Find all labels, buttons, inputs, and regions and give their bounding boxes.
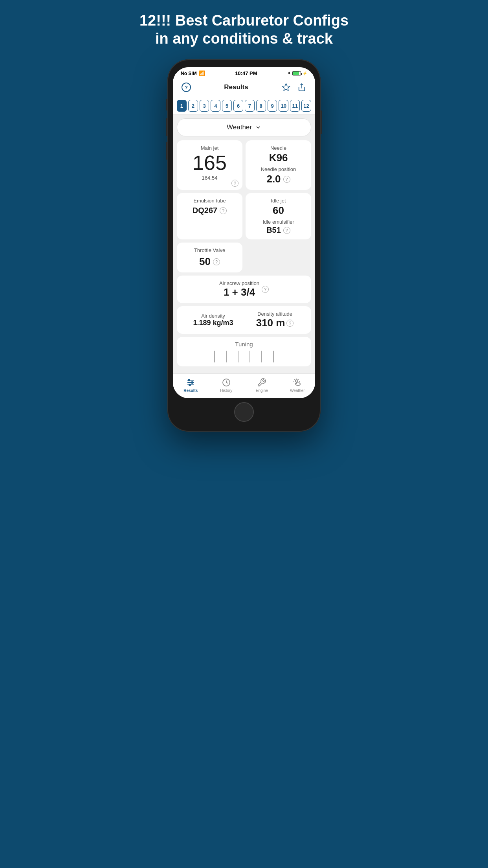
main-jet-sub: 164.54 — [182, 175, 237, 181]
svg-point-8 — [295, 380, 298, 382]
tuning-tick-5 — [261, 351, 262, 362]
battery-icon — [292, 71, 301, 75]
needle-help[interactable]: ? — [283, 176, 290, 183]
status-right: ✦ ⚡ — [287, 71, 307, 76]
throttle-valve-card: Throttle Valve 50 ? — [177, 243, 242, 272]
density-alt-help[interactable]: ? — [286, 320, 294, 327]
svg-point-4 — [191, 382, 193, 383]
air-screw-label: Air screw position — [219, 280, 259, 286]
svg-point-2 — [188, 379, 190, 381]
tab-12[interactable]: 12 — [301, 100, 311, 112]
air-density-label: Air density — [182, 313, 244, 319]
share-button[interactable] — [295, 81, 308, 94]
cards-grid: Main jet 165 164.54 ? Needle K96 Needle … — [177, 140, 311, 334]
status-left: No SIM 📶 — [181, 70, 205, 76]
weather-button[interactable]: Weather — [177, 118, 311, 136]
needle-card: Needle K96 Needle position 2.0 ? — [246, 140, 311, 190]
main-jet-help[interactable]: ? — [231, 180, 238, 187]
tab-3[interactable]: 3 — [200, 100, 209, 112]
air-screw-card: Air screw position 1 + 3/4 ? — [177, 276, 311, 303]
tab-engine[interactable]: Engine — [244, 376, 280, 394]
tuning-card: Tuning — [177, 337, 311, 366]
home-button[interactable] — [234, 402, 254, 422]
svg-marker-0 — [283, 84, 290, 90]
phone-screen: No SIM 📶 10:47 PM ✦ ⚡ ? Results — [173, 67, 315, 398]
tab-numbers: 1 2 3 4 5 6 7 8 9 10 11 12 — [173, 97, 315, 114]
svg-point-6 — [189, 384, 191, 386]
tuning-title: Tuning — [182, 341, 306, 348]
emulsion-tube-help[interactable]: ? — [220, 207, 227, 214]
emulsion-tube-label: Emulsion tube — [182, 198, 237, 204]
idle-jet-label: Idle jet — [251, 198, 306, 204]
tab-11[interactable]: 11 — [290, 100, 300, 112]
idle-jet-card: Idle jet 60 Idle emulsifier B51 ? — [246, 193, 311, 239]
weather-button-label: Weather — [227, 123, 252, 131]
tab-5[interactable]: 5 — [222, 100, 232, 112]
emulsion-tube-card: Emulsion tube DQ267 ? — [177, 193, 242, 239]
sliders-icon — [186, 378, 195, 387]
favorite-button[interactable] — [280, 81, 292, 94]
throttle-valve-help[interactable]: ? — [213, 258, 220, 265]
main-jet-label: Main jet — [182, 145, 237, 151]
emulsion-tube-value: DQ267 — [193, 206, 217, 215]
wifi-icon: 📶 — [199, 70, 205, 76]
tab-7[interactable]: 7 — [245, 100, 255, 112]
carrier-label: No SIM — [181, 71, 197, 76]
status-time: 10:47 PM — [235, 70, 257, 76]
tuning-tick-6 — [273, 351, 274, 362]
tab-6[interactable]: 6 — [233, 100, 243, 112]
page-title: Results — [224, 83, 248, 91]
tab-10[interactable]: 10 — [279, 100, 288, 112]
tab-2[interactable]: 2 — [188, 100, 198, 112]
share-icon — [297, 83, 306, 92]
tab-history-label: History — [220, 388, 232, 393]
tab-results[interactable]: Results — [173, 376, 209, 394]
density-alt-value: 310 m — [256, 317, 285, 329]
help-icon: ? — [182, 83, 191, 92]
main-jet-card: Main jet 165 164.54 ? — [177, 140, 242, 190]
help-button[interactable]: ? — [180, 81, 193, 94]
volume-up-button — [166, 118, 167, 136]
idle-emulsifier-help[interactable]: ? — [283, 227, 290, 234]
mute-button — [166, 99, 167, 110]
sun-cloud-icon — [293, 378, 302, 387]
idle-emulsifier-value: B51 — [266, 226, 281, 235]
content-area: Weather Main jet 165 164.54 ? Needle K96… — [173, 114, 315, 373]
air-screw-value: 1 + 3/4 — [219, 286, 259, 298]
idle-jet-value: 60 — [251, 204, 306, 217]
throttle-valve-label: Throttle Valve — [182, 247, 237, 253]
tab-weather-label: Weather — [290, 388, 305, 393]
tab-8[interactable]: 8 — [256, 100, 266, 112]
tuning-bar — [182, 351, 306, 362]
tab-history[interactable]: History — [209, 376, 244, 394]
needle-value: K96 — [251, 152, 306, 164]
bottom-tabs: Results History Engine We — [173, 373, 315, 398]
throttle-valve-value: 50 — [199, 256, 211, 268]
phone-frame: No SIM 📶 10:47 PM ✦ ⚡ ? Results — [167, 59, 321, 432]
bluetooth-icon: ✦ — [287, 71, 291, 76]
idle-emulsifier-label: Idle emulsifier — [251, 219, 306, 225]
tab-weather[interactable]: Weather — [280, 376, 316, 394]
tab-results-label: Results — [183, 388, 198, 393]
tuning-tick-2 — [226, 351, 227, 362]
tuning-tick-4 — [250, 351, 250, 362]
tab-9[interactable]: 9 — [268, 100, 277, 112]
tuning-tick-1 — [214, 351, 215, 362]
chevron-down-icon — [255, 124, 261, 131]
headline: 12!!! Best Carburetor Configs in any con… — [139, 12, 349, 48]
air-density-card: Air density 1.189 kg/m3 Density altitude… — [177, 306, 311, 334]
wrench-icon — [257, 378, 266, 387]
air-screw-help[interactable]: ? — [262, 286, 269, 293]
status-bar: No SIM 📶 10:47 PM ✦ ⚡ — [173, 67, 315, 78]
nav-bar: ? Results — [173, 78, 315, 97]
air-density-value: 1.189 kg/m3 — [182, 319, 244, 327]
tab-4[interactable]: 4 — [211, 100, 220, 112]
tuning-tick-3 — [238, 351, 238, 362]
power-button — [321, 110, 322, 134]
tab-1[interactable]: 1 — [177, 100, 187, 112]
needle-position-value: 2.0 — [266, 173, 281, 185]
main-jet-value: 165 — [182, 152, 237, 174]
battery-fill — [293, 72, 299, 75]
tab-engine-label: Engine — [256, 388, 268, 393]
clock-icon — [222, 378, 231, 387]
